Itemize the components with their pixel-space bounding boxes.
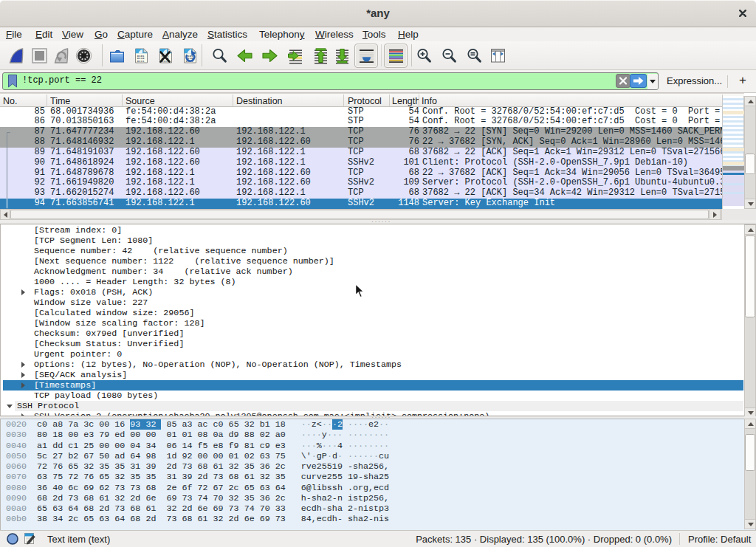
svg-text:0111: 0111: [137, 60, 145, 63]
